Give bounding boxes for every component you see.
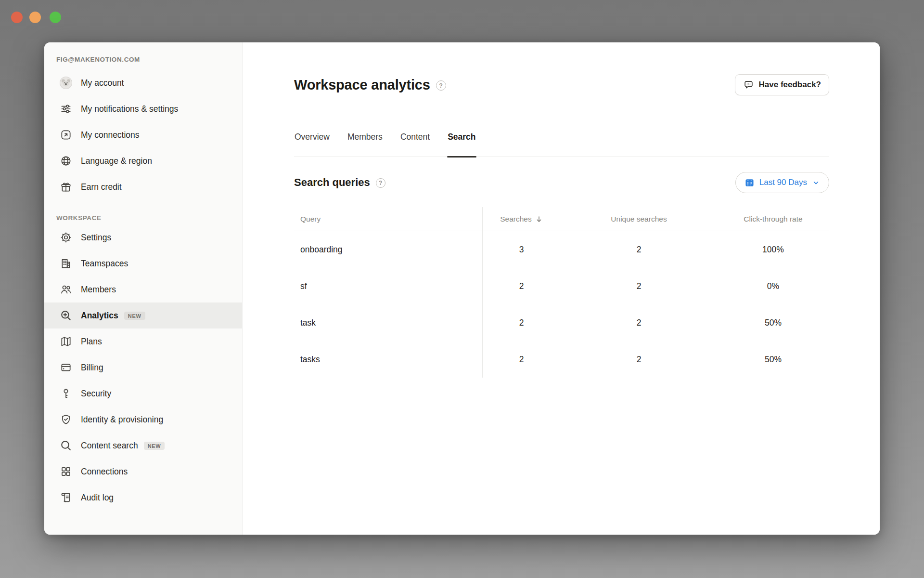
key-icon — [60, 387, 72, 400]
gear-icon — [60, 231, 72, 244]
sidebar-item-content-search[interactable]: Content search NEW — [44, 433, 242, 459]
ctr-cell: 0% — [717, 281, 829, 291]
close-window-button[interactable] — [11, 12, 23, 23]
table-row[interactable]: onboarding 3 2 100% — [294, 231, 829, 268]
searches-cell: 2 — [482, 281, 561, 291]
sidebar-item-teamspaces[interactable]: Teamspaces — [44, 250, 242, 276]
people-icon — [60, 283, 72, 296]
sidebar-item-plans[interactable]: Plans — [44, 328, 242, 355]
scroll-icon — [60, 491, 72, 504]
tab-overview[interactable]: Overview — [294, 132, 330, 157]
building-icon — [60, 257, 72, 270]
credit-card-icon — [60, 361, 72, 374]
sidebar-item-label: Billing — [81, 362, 103, 374]
have-feedback-label: Have feedback? — [759, 80, 821, 90]
sidebar-item-billing[interactable]: Billing — [44, 355, 242, 381]
searches-cell: 2 — [482, 318, 561, 328]
sort-descending-icon — [535, 215, 543, 223]
calendar-icon — [744, 178, 755, 188]
sidebar-item-label: Connections — [81, 466, 128, 478]
sidebar-item-settings[interactable]: Settings — [44, 224, 242, 250]
sidebar-item-analytics[interactable]: Analytics NEW — [44, 302, 242, 328]
sidebar-item-label: Earn credit — [81, 181, 122, 193]
magnifier-icon — [60, 439, 72, 452]
workspace-section-label: WORKSPACE — [56, 214, 230, 222]
speech-bubble-icon — [743, 79, 754, 91]
sidebar-item-my-account[interactable]: My account — [44, 70, 242, 96]
search-queries-table: Query Searches Unique searches Click-thr… — [294, 207, 829, 378]
page-title: Workspace analytics — [294, 77, 430, 93]
date-range-label: Last 90 Days — [759, 178, 807, 187]
sidebar-item-security[interactable]: Security — [44, 381, 242, 407]
ctr-cell: 100% — [717, 245, 829, 255]
sidebar-item-label: Teamspaces — [81, 258, 128, 270]
sidebar-item-label: Settings — [81, 232, 111, 244]
unique-searches-cell: 2 — [561, 355, 717, 365]
sidebar-item-members[interactable]: Members — [44, 276, 242, 302]
sidebar-item-label: Audit log — [81, 492, 114, 504]
query-cell: task — [294, 318, 482, 328]
shield-check-icon — [60, 413, 72, 426]
grid-icon — [60, 465, 72, 478]
sidebar-item-audit-log[interactable]: Audit log — [44, 485, 242, 511]
table-row[interactable]: tasks 2 2 50% — [294, 341, 829, 378]
sidebar-item-label: My account — [81, 77, 124, 89]
searches-cell: 2 — [482, 355, 561, 365]
sidebar-item-my-connections[interactable]: My connections — [44, 122, 242, 148]
sidebar-item-language-region[interactable]: Language & region — [44, 148, 242, 174]
query-cell: tasks — [294, 355, 482, 365]
sidebar-item-label: My notifications & settings — [81, 103, 178, 115]
column-header-searches[interactable]: Searches — [482, 215, 561, 223]
gift-icon — [60, 181, 72, 193]
query-cell: sf — [294, 281, 482, 291]
searches-cell: 3 — [482, 245, 561, 255]
sidebar-item-label: Security — [81, 388, 111, 400]
sidebar-item-connections[interactable]: Connections — [44, 459, 242, 485]
unique-searches-cell: 2 — [561, 245, 717, 255]
settings-window: FIG@MAKENOTION.COM My account — [44, 42, 880, 535]
have-feedback-button[interactable]: Have feedback? — [735, 74, 829, 95]
sidebar-item-earn-credit[interactable]: Earn credit — [44, 174, 242, 200]
minimize-window-button[interactable] — [29, 12, 41, 23]
sidebar-item-label: Members — [81, 284, 116, 296]
date-range-dropdown[interactable]: Last 90 Days — [735, 172, 829, 193]
sidebar-item-notifications-settings[interactable]: My notifications & settings — [44, 96, 242, 122]
sidebar-item-label: Content search — [81, 440, 138, 452]
query-cell: onboarding — [294, 245, 482, 255]
column-header-click-through-rate[interactable]: Click-through rate — [717, 215, 829, 223]
sidebar-item-label: Plans — [81, 336, 102, 348]
help-icon[interactable]: ? — [436, 80, 446, 91]
table-column-divider — [482, 207, 483, 378]
ctr-cell: 50% — [717, 355, 829, 365]
settings-sidebar: FIG@MAKENOTION.COM My account — [44, 42, 243, 535]
sidebar-item-label: Analytics — [81, 310, 118, 322]
help-icon[interactable]: ? — [376, 178, 385, 188]
tab-members[interactable]: Members — [347, 132, 383, 157]
tab-search[interactable]: Search — [447, 132, 476, 157]
table-row[interactable]: sf 2 2 0% — [294, 268, 829, 304]
fullscreen-window-button[interactable] — [50, 12, 61, 23]
unique-searches-cell: 2 — [561, 318, 717, 328]
column-header-unique-searches[interactable]: Unique searches — [561, 215, 717, 223]
section-title: Search queries — [294, 176, 370, 189]
avatar — [60, 77, 72, 89]
sliders-icon — [60, 103, 72, 115]
magnifier-plus-icon — [60, 309, 72, 322]
unique-searches-cell: 2 — [561, 281, 717, 291]
sidebar-item-label: Language & region — [81, 155, 152, 167]
sidebar-item-identity-provisioning[interactable]: Identity & provisioning — [44, 407, 242, 433]
table-row[interactable]: task 2 2 50% — [294, 304, 829, 341]
table-header-row: Query Searches Unique searches Click-thr… — [294, 207, 829, 231]
arrow-up-right-box-icon — [60, 129, 72, 141]
globe-icon — [60, 155, 72, 167]
column-header-query[interactable]: Query — [294, 215, 482, 223]
sidebar-item-label: Identity & provisioning — [81, 414, 163, 426]
new-badge: NEW — [144, 442, 165, 450]
tab-content[interactable]: Content — [400, 132, 430, 157]
analytics-tabs: Overview Members Content Search — [294, 111, 829, 157]
account-email: FIG@MAKENOTION.COM — [56, 56, 230, 63]
sidebar-item-label: My connections — [81, 129, 140, 141]
analytics-main-panel: Workspace analytics ? Have feedback? Ove… — [243, 42, 880, 535]
new-badge: NEW — [124, 312, 145, 320]
chevron-down-icon — [812, 179, 820, 187]
